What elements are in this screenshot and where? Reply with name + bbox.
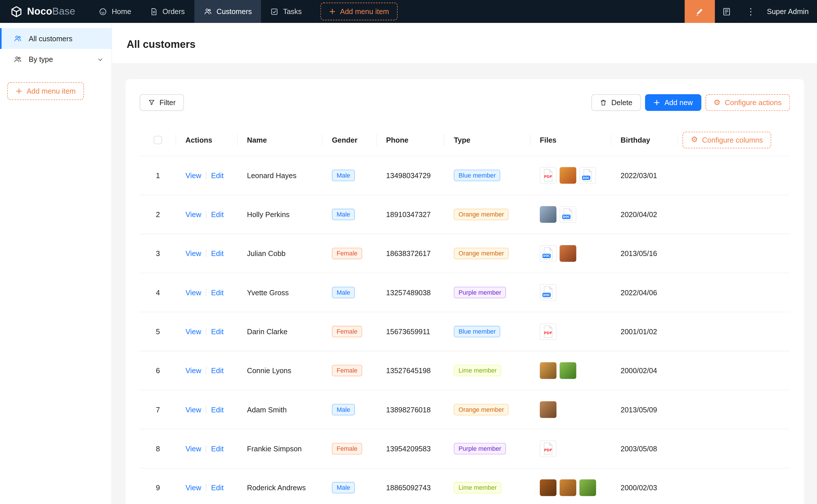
edit-link[interactable]: Edit [211,210,224,218]
pdf-thumbnail[interactable]: PDF [540,440,556,457]
image-thumbnail[interactable] [540,401,556,418]
type-tag: Lime member [454,365,501,376]
view-link[interactable]: View [185,210,201,218]
table-row[interactable]: 3 View Edit Julian Cobb Female 186383726… [139,234,790,273]
top-navbar: NocoBase Home Orders [0,0,817,23]
edit-link[interactable]: Edit [211,367,224,375]
doc-thumbnail[interactable]: DOC [579,167,596,184]
vertical-divider [206,211,207,218]
sidebar-item-by-type[interactable]: By type [0,49,111,70]
phone-number: 13498034729 [386,171,431,180]
nocobase-logo[interactable]: NocoBase [0,5,84,17]
image-thumbnail[interactable] [540,206,556,223]
files-cell [530,401,611,418]
image-thumbnail[interactable] [559,245,576,262]
view-link[interactable]: View [185,367,201,375]
customer-name: Darin Clarke [247,327,288,336]
customer-name: Yvette Gross [247,288,289,297]
notebook-button[interactable] [715,0,739,23]
image-thumbnail[interactable] [540,479,556,496]
filter-funnel-icon [148,99,155,106]
table-row[interactable]: 5 View Edit Darin Clarke Female 15673659… [139,312,790,351]
files-cell: PDF [530,440,611,457]
cube-logo-icon [10,5,22,17]
pdf-thumbnail[interactable]: PDF [540,323,556,340]
edit-link[interactable]: Edit [211,444,224,453]
phone-number: 18638372617 [386,249,431,258]
nav-item-home[interactable]: Home [90,0,140,23]
view-link[interactable]: View [185,171,201,180]
edit-link[interactable]: Edit [211,327,224,336]
birthday: 2000/02/03 [621,484,657,492]
svg-text:PDF: PDF [544,331,552,335]
table-row[interactable]: 1 View Edit Leonard Hayes Male 134980347… [139,156,790,195]
customer-name: Adam Smith [247,405,287,414]
vertical-divider [206,172,207,179]
vertical-divider [206,250,207,257]
edit-link[interactable]: Edit [211,405,224,414]
ui-editor-button[interactable] [685,0,715,23]
nav-item-orders[interactable]: Orders [140,0,194,23]
image-thumbnail[interactable] [579,479,596,496]
gender-tag: Male [332,287,355,298]
view-link[interactable]: View [185,444,201,453]
files-cell: PDF [530,323,611,340]
table-row[interactable]: 4 View Edit Yvette Gross Male 1325748903… [139,273,790,312]
birthday: 2022/04/06 [621,288,657,297]
plus-icon: + [653,99,660,107]
customer-name: Julian Cobb [247,249,286,258]
view-link[interactable]: View [185,405,201,414]
table-row[interactable]: 8 View Edit Frankie Simpson Female 13954… [139,430,790,468]
filter-button[interactable]: Filter [139,94,184,111]
vertical-divider [206,445,207,452]
current-user[interactable]: Super Admin [763,7,817,15]
add-new-button[interactable]: + Add new [645,94,701,111]
content: Filter Delete [112,63,817,504]
edit-link[interactable]: Edit [211,249,224,258]
team-icon [203,7,212,15]
svg-text:DOC: DOC [543,254,550,257]
files-cell [530,479,611,496]
nav-item-label: Tasks [283,7,302,15]
phone-number: 13898276018 [386,405,431,414]
view-link[interactable]: View [185,249,201,258]
vertical-divider [206,367,207,374]
doc-thumbnail[interactable]: DOC [540,245,556,262]
table-row[interactable]: 7 View Edit Adam Smith Male 13898276018 … [139,390,790,429]
table-header-row: Actions Name Gender Phone Type Files Bir… [139,124,790,156]
sidebar-item-all-customers[interactable]: All customers [0,28,111,49]
view-link[interactable]: View [185,484,201,492]
layout: All customers By type + Add m [0,23,817,504]
nav-item-customers[interactable]: Customers [194,0,261,23]
table-row[interactable]: 9 View Edit Roderick Andrews Male 188650… [139,468,790,504]
more-actions-button[interactable]: ⋮ [739,0,763,23]
configure-columns-button[interactable]: ⚙ Configure columns [683,131,771,148]
edit-link[interactable]: Edit [211,484,224,492]
image-thumbnail[interactable] [559,479,576,496]
type-tag: Purple member [454,443,506,454]
view-link[interactable]: View [185,327,201,336]
doc-thumbnail[interactable]: DOC [559,206,576,223]
delete-button[interactable]: Delete [591,94,641,111]
image-thumbnail[interactable] [559,362,576,379]
view-link[interactable]: View [185,288,201,297]
row-index: 1 [156,171,160,180]
files-cell [530,362,611,379]
gender-tag: Female [332,248,362,259]
table-row[interactable]: 6 View Edit Connie Lyons Female 13527645… [139,351,790,390]
table-row[interactable]: 2 View Edit Holly Perkins Male 189103473… [139,195,790,234]
edit-link[interactable]: Edit [211,288,224,297]
image-thumbnail[interactable] [559,167,576,184]
birthday: 2001/01/02 [621,327,657,336]
image-thumbnail[interactable] [540,362,556,379]
doc-thumbnail[interactable]: DOC [540,284,556,301]
configure-actions-button[interactable]: ⚙ Configure actions [705,94,790,111]
sidebar-add-menu-item-button[interactable]: + Add menu item [7,82,84,100]
navbar-add-menu-item-button[interactable]: + Add menu item [321,3,397,20]
nav-item-tasks[interactable]: Tasks [261,0,311,23]
svg-text:DOC: DOC [583,176,590,180]
select-all-checkbox[interactable] [154,135,162,144]
row-index: 5 [156,327,160,336]
pdf-thumbnail[interactable]: PDF [540,167,556,184]
edit-link[interactable]: Edit [211,171,224,180]
